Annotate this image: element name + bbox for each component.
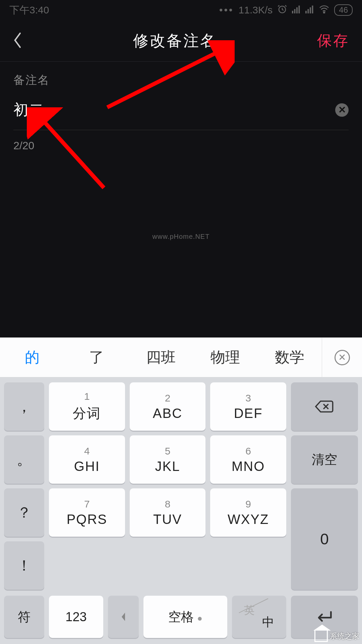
key-exclaim[interactable]: ！: [4, 541, 44, 590]
svg-rect-6: [308, 9, 309, 13]
suggestion-bar: 的 了 四班 物理 数学 ✕: [0, 337, 362, 377]
house-icon: [314, 631, 328, 642]
clear-input-icon[interactable]: ✕: [335, 103, 349, 117]
svg-rect-3: [296, 7, 298, 13]
corner-logo: 系统之家: [314, 631, 359, 642]
remark-input-row[interactable]: 初二 ✕: [13, 100, 349, 130]
key-language[interactable]: 英 中: [232, 596, 286, 638]
mic-icon: ●: [197, 613, 202, 623]
wifi-icon: [319, 4, 329, 16]
key-5[interactable]: 5JKL: [130, 435, 206, 484]
key-symbol[interactable]: 符: [4, 596, 44, 638]
key-backspace[interactable]: [291, 382, 358, 431]
key-clear[interactable]: 清空: [291, 435, 358, 484]
back-button[interactable]: [13, 32, 33, 50]
network-speed: 11.3K/s: [239, 4, 273, 16]
suggestion-1[interactable]: 的: [0, 347, 64, 367]
status-right: ••• 11.3K/s 46: [219, 4, 353, 16]
key-zero[interactable]: 0: [291, 488, 358, 590]
key-6[interactable]: 6MNO: [210, 435, 286, 484]
svg-rect-7: [310, 7, 311, 13]
header: 修改备注名 保存: [0, 20, 362, 62]
alarm-icon: [277, 4, 287, 16]
watermark: www.pHome.NET: [153, 233, 210, 240]
key-123[interactable]: 123: [49, 596, 103, 638]
key-9[interactable]: 9WXYZ: [210, 488, 286, 537]
content: 备注名 初二 ✕ 2/20: [0, 62, 362, 152]
page-title: 修改备注名: [33, 31, 317, 51]
battery-indicator: 46: [334, 4, 353, 16]
key-2[interactable]: 2ABC: [130, 382, 206, 431]
field-label: 备注名: [13, 72, 349, 88]
more-dots-icon: •••: [219, 4, 234, 16]
suggestion-4[interactable]: 物理: [193, 347, 257, 367]
key-period[interactable]: 。: [4, 435, 44, 484]
char-counter: 2/20: [13, 140, 349, 152]
key-8[interactable]: 8TUV: [130, 488, 206, 537]
bottom-row: 符 123 空格● 英 中: [0, 596, 362, 644]
svg-rect-2: [294, 9, 296, 13]
key-arrow-left[interactable]: [108, 596, 139, 638]
svg-rect-8: [312, 6, 313, 13]
svg-rect-4: [299, 6, 300, 13]
suggestion-close[interactable]: ✕: [322, 338, 362, 377]
key-7[interactable]: 7PQRS: [49, 488, 125, 537]
save-button[interactable]: 保存: [317, 31, 349, 51]
key-comma[interactable]: ，: [4, 382, 44, 431]
status-time: 下午3:40: [9, 3, 49, 17]
keyboard: 的 了 四班 物理 数学 ✕ ， 1分词 2ABC 3DEF 。 4GHI 5J…: [0, 337, 362, 644]
status-bar: 下午3:40 ••• 11.3K/s 46: [0, 0, 362, 20]
key-question[interactable]: ？: [4, 488, 44, 537]
signal2-icon: [305, 4, 314, 16]
key-4[interactable]: 4GHI: [49, 435, 125, 484]
suggestion-3[interactable]: 四班: [129, 347, 193, 367]
svg-rect-5: [305, 11, 307, 13]
suggestion-5[interactable]: 数学: [257, 347, 322, 367]
suggestion-2[interactable]: 了: [64, 347, 129, 367]
signal-icon: [292, 4, 301, 16]
key-3[interactable]: 3DEF: [210, 382, 286, 431]
key-grid: ， 1分词 2ABC 3DEF 。 4GHI 5JKL 6MNO 清空 ？ 7P…: [0, 377, 362, 596]
key-1[interactable]: 1分词: [49, 382, 125, 431]
key-space[interactable]: 空格●: [143, 596, 227, 638]
svg-point-9: [323, 12, 325, 13]
remark-input[interactable]: 初二: [13, 100, 44, 120]
svg-rect-1: [292, 11, 293, 13]
